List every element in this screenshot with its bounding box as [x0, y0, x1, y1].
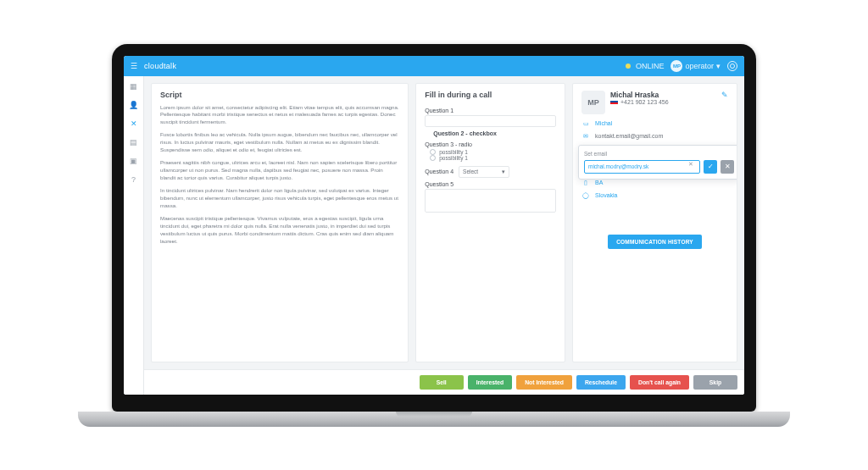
menu-icon[interactable]: ☰	[131, 62, 137, 70]
script-paragraph: In tincidunt ultrices pulvinar. Nam hend…	[160, 187, 399, 210]
q2-label: Question 2 - checkbox	[433, 130, 556, 136]
field-value: Michal	[595, 120, 612, 126]
radio-icon	[430, 155, 436, 161]
chevron-down-icon: ▾	[716, 62, 721, 70]
contact-panel: MP Michal Hraska +421 902 123 456 ✎	[572, 83, 737, 362]
laptop-base	[78, 412, 790, 427]
left-sidebar: ▦ 👤 ✕ ▤ ▣ ?	[124, 76, 144, 395]
q3-label: Question 3 - radio	[425, 141, 556, 147]
script-paragraph: Lorem ipsum dolor sit amet, consectetur …	[160, 104, 399, 127]
popover-confirm-button[interactable]: ✓	[704, 160, 717, 174]
reschedule-button[interactable]: Reschedule	[576, 375, 626, 390]
field-country[interactable]: ◯ Slovakia	[581, 192, 728, 199]
flag-icon	[610, 99, 618, 104]
mail-icon: ✉	[581, 133, 590, 140]
contact-header: MP Michal Hraska +421 902 123 456 ✎	[581, 91, 728, 114]
main-area: Script Lorem ipsum dolor sit amet, conse…	[144, 76, 744, 395]
not-interested-button[interactable]: Not Interested	[516, 375, 572, 390]
gear-icon	[727, 61, 737, 71]
settings-button[interactable]	[727, 61, 737, 71]
q5-input[interactable]	[425, 189, 556, 213]
brand-logo: cloudtalk	[144, 62, 176, 70]
campaign-icon[interactable]: ✕	[129, 119, 139, 129]
status-dot-icon	[626, 64, 631, 69]
q1-label: Question 1	[425, 108, 556, 113]
field-email[interactable]: ✉ kontakt.email@gmail.com	[581, 133, 728, 140]
popover-title: Set email	[584, 151, 734, 157]
panel-row: Script Lorem ipsum dolor sit amet, conse…	[144, 76, 744, 369]
clear-icon[interactable]: ✕	[688, 161, 693, 168]
script-paragraph: Maecenas suscipit tristique pellentesque…	[160, 215, 399, 246]
radio-label: possibility 1	[439, 149, 468, 155]
help-icon[interactable]: ?	[129, 174, 139, 185]
script-paragraph: Praesent sagittis nibh congue, ultrices …	[160, 159, 399, 182]
user-menu[interactable]: MP operator ▾	[670, 60, 721, 72]
q4-label: Question 4	[425, 169, 453, 174]
radio-label: possibility 1	[439, 155, 468, 161]
list-icon[interactable]: ▤	[129, 137, 139, 147]
field-value: kontakt.email@gmail.com	[595, 133, 663, 139]
field-value: BA	[595, 180, 603, 185]
radio-icon	[430, 149, 436, 155]
contact-phone-row: +421 902 123 456	[610, 99, 716, 105]
card-icon: ▭	[581, 120, 590, 127]
chevron-down-icon: ▾	[502, 169, 505, 175]
script-paragraph: Fusce lobortis finibus leo ac vehicula. …	[160, 131, 399, 154]
script-panel: Script Lorem ipsum dolor sit amet, conse…	[151, 83, 409, 362]
q4-select[interactable]: Select ▾	[459, 166, 509, 178]
field-city[interactable]: ▯ BA	[581, 180, 728, 186]
action-footer: Sell Interested Not Interested Reschedul…	[144, 369, 744, 395]
user-menu-label: operator	[685, 62, 714, 70]
status-indicator[interactable]: ONLINE	[626, 62, 665, 70]
script-title: Script	[160, 91, 399, 99]
field-value: Slovakia	[595, 192, 617, 198]
topbar: ☰ cloudtalk ONLINE MP operator ▾	[124, 56, 744, 76]
edit-icon[interactable]: ✎	[721, 91, 728, 99]
q1-input[interactable]	[425, 115, 556, 127]
avatar-icon: MP	[670, 60, 682, 72]
contact-phone: +421 902 123 456	[620, 99, 669, 105]
fill-title: Fill in during a call	[425, 91, 556, 99]
app-screen: ☰ cloudtalk ONLINE MP operator ▾	[124, 56, 744, 395]
fill-panel: Fill in during a call Question 1 Questio…	[415, 83, 565, 362]
globe-icon: ◯	[581, 192, 590, 199]
dont-call-button[interactable]: Don't call again	[630, 375, 689, 390]
building-icon: ▯	[581, 180, 590, 186]
status-text: ONLINE	[636, 62, 665, 70]
q3-option-2[interactable]: possibility 1	[430, 155, 556, 161]
popover-cancel-button[interactable]: ✕	[721, 160, 734, 174]
sell-button[interactable]: Sell	[420, 375, 464, 390]
screen-bezel: ☰ cloudtalk ONLINE MP operator ▾	[112, 44, 756, 412]
dashboard-icon[interactable]: ▦	[129, 81, 139, 91]
app-body: ▦ 👤 ✕ ▤ ▣ ? Script Lorem ipsum dolor sit…	[124, 76, 744, 395]
q5-label: Question 5	[425, 181, 556, 187]
contact-name: Michal Hraska	[610, 91, 716, 99]
interested-button[interactable]: Interested	[468, 375, 512, 390]
q3-option-1[interactable]: possibility 1	[430, 149, 556, 155]
contact-avatar: MP	[581, 91, 605, 114]
skip-button[interactable]: Skip	[693, 375, 737, 390]
field-first-name[interactable]: ▭ Michal	[581, 120, 728, 127]
set-email-popover: Set email ✕ ✓ ✕	[578, 145, 737, 180]
popover-email-input[interactable]	[584, 160, 700, 174]
calendar-icon[interactable]: ▣	[129, 156, 139, 166]
laptop-frame: ☰ cloudtalk ONLINE MP operator ▾	[112, 44, 756, 427]
select-value: Select	[463, 169, 478, 174]
user-icon[interactable]: 👤	[129, 100, 139, 110]
communication-history-button[interactable]: COMMUNICATION HISTORY	[608, 235, 702, 249]
